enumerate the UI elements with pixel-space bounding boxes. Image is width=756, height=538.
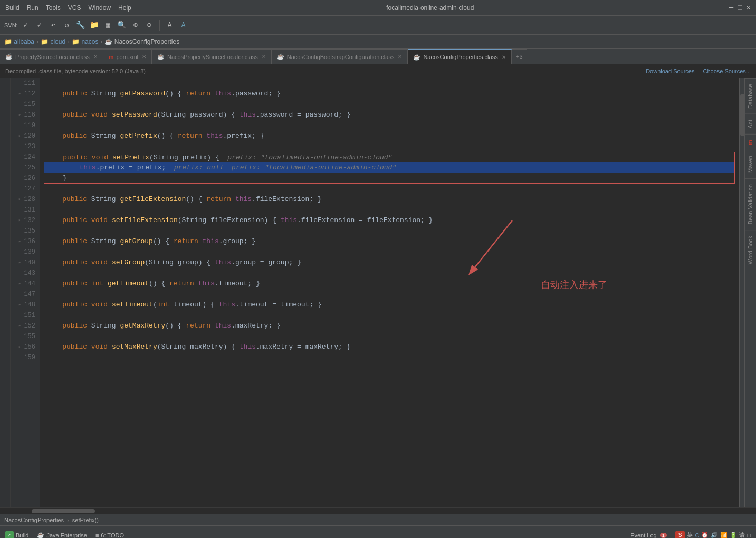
linenum-126: 126 — [11, 173, 35, 184]
linenum-159: 159 — [11, 352, 35, 363]
code-line-152: public String getMaxRetry() { return thi… — [44, 321, 735, 331]
tb-search-icon[interactable]: 🔍 — [116, 20, 128, 31]
menu-help[interactable]: Help — [118, 4, 131, 12]
tab-nacosproperty[interactable]: ☕ NacosPropertySourceLocator.class ✕ — [152, 49, 272, 64]
tb-check2-icon[interactable]: ✓ — [34, 20, 45, 31]
tab-icon-4: ☕ — [413, 54, 420, 61]
maximize-button[interactable]: □ — [738, 4, 742, 12]
tab-overflow[interactable]: +3 — [512, 49, 527, 64]
tb-translate-icon[interactable]: A — [164, 20, 176, 31]
java-enterprise-icon: ☕ — [37, 532, 44, 538]
tab-label-1: pom.xml — [116, 54, 138, 60]
right-panels: Database Ant m Maven Bean Validation Wor… — [744, 78, 756, 507]
tab-nacosbootstrap[interactable]: ☕ NacosConfigBootstrapConfiguration.clas… — [272, 49, 408, 64]
download-sources-link[interactable]: Download Sources — [646, 68, 694, 74]
code-line-159 — [44, 352, 735, 363]
breadcrumb-nacos[interactable]: 📁 nacos — [72, 38, 98, 45]
linenum-147: 147 — [11, 289, 35, 300]
todo-status[interactable]: ≡ 6: TODO — [95, 532, 124, 539]
linenum-148: ▸148 — [11, 300, 35, 310]
menu-window[interactable]: Window — [88, 4, 111, 12]
taskbar-icon-3[interactable]: C — [695, 532, 699, 539]
code-line-123 — [44, 141, 735, 152]
menu-tools[interactable]: Tools — [46, 4, 61, 12]
toolbar: SVN: ✓ ✓ ↶ ↺ 🔧 📁 ▦ 🔍 ⊕ ⊖ A A — [0, 16, 756, 35]
taskbar-icon-2[interactable]: 英 — [687, 531, 693, 538]
breadcrumb-cloud[interactable]: 📁 cloud — [41, 38, 65, 45]
menu-vcs[interactable]: VCS — [68, 4, 81, 12]
linenum-120: ▸120 — [11, 131, 35, 141]
code-line-116: public void setPassword(String password)… — [44, 110, 735, 120]
panel-maven[interactable]: Maven — [745, 150, 756, 178]
tab-close-1[interactable]: ✕ — [142, 54, 146, 60]
taskbar-icon-5[interactable]: 🔊 — [711, 532, 718, 538]
todo-icon: ≡ — [95, 532, 99, 539]
tb-grid-icon[interactable]: ▦ — [102, 20, 114, 31]
code-line-127 — [44, 184, 735, 194]
status-bar: ✓ Build ☕ Java Enterprise ≡ 6: TODO Even… — [0, 525, 756, 538]
taskbar-icon-4[interactable]: ⏰ — [701, 532, 709, 538]
linenum-119: 119 — [11, 120, 35, 131]
vertical-scrollbar[interactable] — [739, 78, 744, 507]
notice-actions: Download Sources Choose Sources... — [646, 68, 751, 74]
tab-nacosprops[interactable]: ☕ NacosConfigProperties.class ✕ — [408, 49, 511, 64]
build-label: Build — [16, 532, 28, 539]
choose-sources-link[interactable]: Choose Sources... — [703, 68, 751, 74]
tb-wrench-icon[interactable]: 🔧 — [75, 20, 87, 31]
close-button[interactable]: ✕ — [747, 3, 751, 12]
linenum-112: ▸112 — [11, 89, 35, 99]
taskbar-icon-8[interactable]: □ — [747, 532, 751, 539]
tb-minus-icon[interactable]: ⊖ — [143, 20, 155, 31]
minimize-button[interactable]: ─ — [729, 4, 733, 12]
scrollbar-thumb[interactable] — [740, 94, 744, 136]
tb-check-icon[interactable]: ✓ — [20, 20, 32, 31]
tab-close-3[interactable]: ✕ — [398, 54, 402, 60]
build-status[interactable]: ✓ Build — [5, 531, 28, 539]
tab-close-4[interactable]: ✕ — [502, 54, 506, 60]
taskbar-icon-6[interactable]: 📶 — [720, 532, 728, 538]
bottom-breadcrumb: NacosConfigProperties › setPrefix() — [0, 514, 756, 525]
linenum-131: 131 — [11, 205, 35, 215]
linenum-143: 143 — [11, 268, 35, 278]
tab-close-0[interactable]: ✕ — [93, 54, 98, 60]
tb-arrow-icon[interactable]: ↶ — [47, 20, 59, 31]
menu-run[interactable]: Run — [27, 4, 39, 12]
linenum-136: ▸136 — [11, 236, 35, 247]
tb-folder-icon[interactable]: 📁 — [89, 20, 100, 31]
title-text: focallmedia-online-admin-cloud — [131, 4, 729, 12]
tab-icon-0: ☕ — [5, 53, 13, 60]
tab-propertysourcelocator[interactable]: ☕ PropertySourceLocator.class ✕ — [0, 49, 103, 64]
tabs-bar: ☕ PropertySourceLocator.class ✕ m pom.xm… — [0, 49, 756, 64]
bottom-class: NacosConfigProperties — [4, 517, 64, 523]
java-enterprise-status[interactable]: ☕ Java Enterprise — [37, 532, 87, 538]
linenum-124: 124 — [11, 152, 35, 162]
tb-back-icon[interactable]: ↺ — [61, 20, 73, 31]
breadcrumb-class[interactable]: ☕ NacosConfigProperties — [104, 38, 179, 45]
hscroll-thumb[interactable] — [32, 509, 95, 513]
breadcrumb-sep1: › — [36, 38, 39, 45]
panel-ant[interactable]: Ant — [745, 114, 756, 134]
taskbar-icon-1[interactable]: S — [675, 531, 685, 538]
tab-pomxml[interactable]: m pom.xml ✕ — [103, 49, 152, 64]
tb-add-icon[interactable]: ⊕ — [130, 20, 141, 31]
panel-beanvalidation[interactable]: Bean Validation — [745, 178, 756, 229]
panel-m[interactable]: m — [745, 134, 756, 150]
taskbar-icon-7[interactable]: 🔋 — [730, 532, 737, 538]
code-line-135 — [44, 226, 735, 236]
horizontal-scrollbar[interactable] — [0, 507, 756, 514]
event-log-status[interactable]: Event Log 1 — [630, 532, 667, 539]
tab-overflow-count: +3 — [516, 54, 523, 60]
linenum-144: ▸144 — [11, 278, 35, 289]
code-line-147 — [44, 289, 735, 300]
menu-bar[interactable]: Build Run Tools VCS Window Help — [5, 4, 131, 12]
breadcrumb-alibaba[interactable]: 📁 alibaba — [4, 38, 34, 45]
linenum-135: 135 — [11, 226, 35, 236]
tb-translate2-icon[interactable]: A — [178, 20, 189, 31]
code-line-131 — [44, 205, 735, 215]
panel-wordbook[interactable]: Word Book — [745, 230, 756, 270]
window-controls[interactable]: ─ □ ✕ — [729, 3, 751, 12]
panel-database[interactable]: Database — [745, 78, 756, 114]
tab-close-2[interactable]: ✕ — [262, 54, 266, 60]
menu-build[interactable]: Build — [5, 4, 20, 12]
linenum-123: 123 — [11, 141, 35, 152]
